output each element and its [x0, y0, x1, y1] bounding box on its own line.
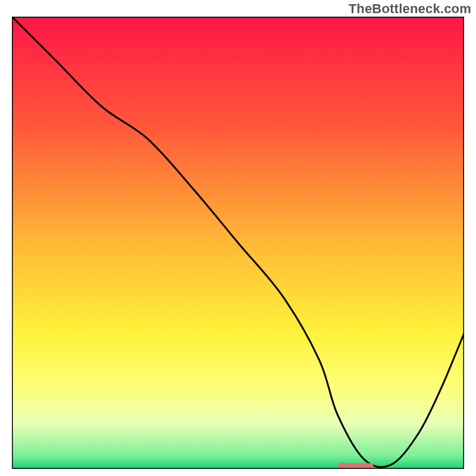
chart-root: TheBottleneck.com — [0, 0, 476, 476]
watermark-text: TheBottleneck.com — [349, 1, 471, 17]
plot-area — [12, 17, 464, 469]
chart-svg — [12, 17, 464, 469]
